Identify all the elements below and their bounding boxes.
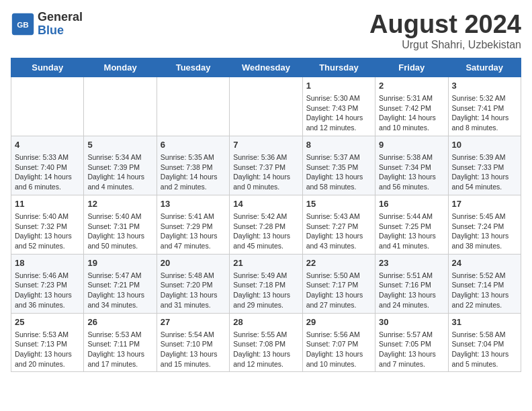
calendar-cell: 15Sunrise: 5:43 AMSunset: 7:27 PMDayligh… (302, 195, 375, 254)
day-info: and 6 minutes. (15, 182, 80, 192)
day-info: Sunrise: 5:36 AM (233, 152, 298, 163)
day-info: and 56 minutes. (379, 182, 444, 192)
day-info: Daylight: 13 hours (379, 231, 444, 241)
calendar-cell: 14Sunrise: 5:42 AMSunset: 7:28 PMDayligh… (230, 195, 302, 254)
day-info: and 20 minutes. (15, 359, 80, 369)
subtitle: Urgut Shahri, Uzbekistan (369, 39, 521, 51)
calendar-cell: 26Sunrise: 5:53 AMSunset: 7:11 PMDayligh… (84, 313, 157, 372)
day-number: 10 (452, 139, 517, 151)
day-info: and 10 minutes. (379, 123, 444, 133)
calendar-cell: 19Sunrise: 5:47 AMSunset: 7:21 PMDayligh… (84, 254, 157, 313)
day-info: Sunrise: 5:42 AM (233, 212, 298, 222)
day-info: Sunset: 7:24 PM (452, 222, 517, 232)
col-header-wednesday: Wednesday (230, 58, 302, 77)
calendar-cell: 29Sunrise: 5:56 AMSunset: 7:07 PMDayligh… (302, 313, 375, 372)
day-info: Sunrise: 5:46 AM (15, 271, 80, 281)
calendar-cell: 31Sunrise: 5:58 AMSunset: 7:04 PMDayligh… (448, 313, 521, 372)
day-number: 31 (452, 316, 517, 328)
day-number: 20 (161, 257, 226, 269)
day-info: Sunset: 7:42 PM (379, 103, 444, 113)
day-info: Sunset: 7:23 PM (15, 280, 80, 290)
day-info: and 58 minutes. (306, 182, 371, 192)
day-info: Sunset: 7:43 PM (306, 103, 371, 113)
calendar-cell: 1Sunrise: 5:30 AMSunset: 7:43 PMDaylight… (302, 77, 375, 136)
day-info: Sunset: 7:25 PM (379, 222, 444, 232)
day-info: Daylight: 13 hours (233, 349, 298, 359)
day-info: and 43 minutes. (306, 241, 371, 251)
day-info: Daylight: 13 hours (15, 290, 80, 300)
day-info: Sunrise: 5:37 AM (306, 152, 371, 163)
day-info: and 8 minutes. (452, 123, 517, 133)
week-row-1: 4Sunrise: 5:33 AMSunset: 7:40 PMDaylight… (11, 136, 521, 195)
day-info: Sunset: 7:41 PM (452, 103, 517, 113)
day-info: Sunrise: 5:34 AM (87, 152, 152, 163)
day-number: 7 (233, 139, 298, 151)
day-info: and 7 minutes. (379, 359, 444, 369)
day-info: and 34 minutes. (87, 300, 152, 310)
day-info: and 45 minutes. (233, 241, 298, 251)
day-info: and 22 minutes. (452, 300, 517, 310)
day-info: and 54 minutes. (452, 182, 517, 192)
main-title: August 2024 (369, 11, 521, 39)
day-info: Sunset: 7:33 PM (452, 163, 517, 173)
day-info: Sunset: 7:31 PM (87, 222, 152, 232)
col-header-friday: Friday (375, 58, 448, 77)
calendar-cell: 27Sunrise: 5:54 AMSunset: 7:10 PMDayligh… (157, 313, 229, 372)
day-info: Sunset: 7:38 PM (161, 163, 226, 173)
calendar-cell: 7Sunrise: 5:36 AMSunset: 7:37 PMDaylight… (230, 136, 302, 195)
calendar-cell: 8Sunrise: 5:37 AMSunset: 7:35 PMDaylight… (302, 136, 375, 195)
day-number: 22 (306, 257, 371, 269)
day-info: Sunset: 7:18 PM (233, 280, 298, 290)
day-info: Sunset: 7:35 PM (306, 163, 371, 173)
day-info: and 10 minutes. (306, 359, 371, 369)
day-info: and 50 minutes. (87, 241, 152, 251)
day-number: 29 (306, 316, 371, 328)
logo-text: General Blue (38, 11, 83, 38)
day-info: Sunrise: 5:58 AM (452, 330, 517, 340)
day-number: 18 (15, 257, 80, 269)
week-row-3: 18Sunrise: 5:46 AMSunset: 7:23 PMDayligh… (11, 254, 521, 313)
day-info: Sunrise: 5:55 AM (233, 330, 298, 340)
day-info: and 36 minutes. (15, 300, 80, 310)
day-info: Sunset: 7:28 PM (233, 222, 298, 232)
day-info: Daylight: 13 hours (452, 231, 517, 241)
day-info: Sunset: 7:16 PM (379, 280, 444, 290)
day-info: and 0 minutes. (233, 182, 298, 192)
day-info: Sunrise: 5:39 AM (452, 152, 517, 163)
day-info: Daylight: 14 hours (452, 113, 517, 123)
calendar-cell: 23Sunrise: 5:51 AMSunset: 7:16 PMDayligh… (375, 254, 448, 313)
day-info: Sunrise: 5:48 AM (161, 271, 226, 281)
day-info: and 29 minutes. (233, 300, 298, 310)
day-info: Sunrise: 5:40 AM (15, 212, 80, 222)
day-info: Sunset: 7:11 PM (87, 339, 152, 349)
day-info: Sunrise: 5:47 AM (87, 271, 152, 281)
day-info: Sunrise: 5:51 AM (379, 271, 444, 281)
day-info: Sunrise: 5:52 AM (452, 271, 517, 281)
day-number: 30 (379, 316, 444, 328)
day-number: 12 (87, 198, 152, 210)
day-info: Daylight: 13 hours (306, 231, 371, 241)
day-info: Sunrise: 5:50 AM (306, 271, 371, 281)
calendar-cell (11, 77, 84, 136)
col-header-sunday: Sunday (11, 58, 84, 77)
day-info: Sunrise: 5:49 AM (233, 271, 298, 281)
day-info: and 47 minutes. (161, 241, 226, 251)
day-info: Sunset: 7:14 PM (452, 280, 517, 290)
day-info: and 12 minutes. (306, 123, 371, 133)
calendar-cell: 6Sunrise: 5:35 AMSunset: 7:38 PMDaylight… (157, 136, 229, 195)
day-info: Sunset: 7:21 PM (87, 280, 152, 290)
day-info: Sunrise: 5:33 AM (15, 152, 80, 163)
day-info: Daylight: 13 hours (379, 172, 444, 182)
day-info: Sunrise: 5:31 AM (379, 93, 444, 103)
day-info: and 2 minutes. (161, 182, 226, 192)
logo: GB General Blue (11, 11, 83, 38)
calendar-cell: 30Sunrise: 5:57 AMSunset: 7:05 PMDayligh… (375, 313, 448, 372)
day-info: Daylight: 13 hours (306, 349, 371, 359)
calendar-cell: 9Sunrise: 5:38 AMSunset: 7:34 PMDaylight… (375, 136, 448, 195)
calendar-cell: 12Sunrise: 5:40 AMSunset: 7:31 PMDayligh… (84, 195, 157, 254)
day-info: Daylight: 13 hours (452, 172, 517, 182)
week-row-4: 25Sunrise: 5:53 AMSunset: 7:13 PMDayligh… (11, 313, 521, 372)
calendar-table: SundayMondayTuesdayWednesdayThursdayFrid… (11, 58, 521, 373)
day-info: Sunset: 7:13 PM (15, 339, 80, 349)
day-info: Sunset: 7:40 PM (15, 163, 80, 173)
